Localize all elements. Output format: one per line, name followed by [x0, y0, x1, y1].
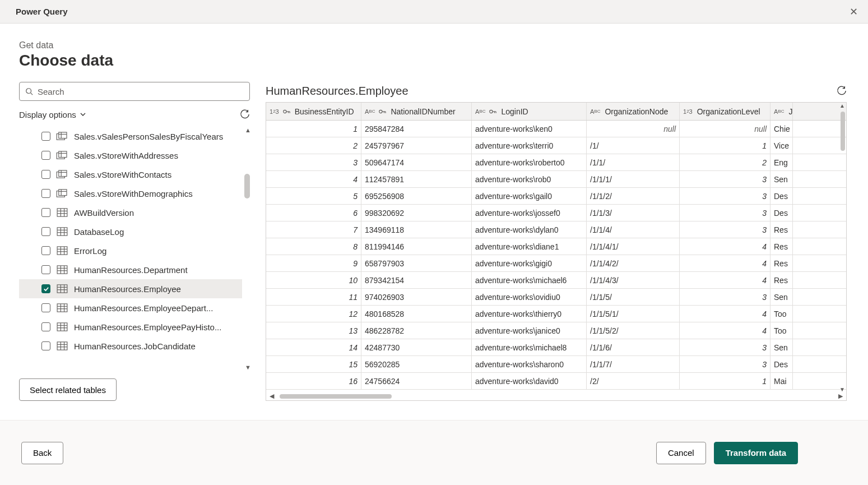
close-icon[interactable]: ✕ [846, 3, 861, 20]
tree-scroll-thumb[interactable] [244, 174, 250, 198]
table-row[interactable]: 1556920285adventure-works\sharon0/1/1/7/… [266, 356, 847, 373]
refresh-tree-icon[interactable] [240, 109, 250, 119]
tree-checkbox[interactable] [41, 341, 50, 350]
tree-item[interactable]: Sales.vStoreWithAddresses [19, 146, 242, 165]
grid-cell: 7 [266, 221, 361, 238]
tree-scrollbar[interactable]: ▲ ▼ [244, 127, 250, 371]
select-related-tables-button[interactable]: Select related tables [19, 378, 117, 401]
tree-item[interactable]: HumanResources.EmployeeDepart... [19, 298, 242, 317]
grid-scroll-down-icon[interactable]: ▼ [839, 386, 845, 392]
tree-item[interactable]: HumanResources.Employee [19, 279, 242, 298]
table-icon [56, 265, 68, 274]
scroll-up-icon[interactable]: ▲ [245, 127, 250, 133]
column-header[interactable]: ABCLoginID [472, 103, 587, 120]
grid-scroll-right-icon[interactable]: ▶ [838, 392, 843, 400]
table-row[interactable]: 1442487730adventure-works\michael8/1/1/6… [266, 339, 847, 356]
text-type-icon: ABC [590, 108, 600, 115]
search-box[interactable] [19, 82, 250, 101]
grid-cell: 112457891 [361, 171, 472, 187]
grid-cell: Res [770, 272, 793, 288]
table-tree[interactable]: Sales.vSalesPersonSalesByFiscalYearsSale… [19, 127, 250, 371]
tree-item[interactable]: AWBuildVersion [19, 203, 242, 222]
column-header[interactable]: ABCNationalIDNumber [361, 103, 472, 120]
back-button[interactable]: Back [21, 442, 63, 464]
grid-cell: Vice [770, 137, 793, 154]
tree-checkbox[interactable] [41, 227, 50, 236]
tree-checkbox[interactable] [41, 151, 50, 160]
table-row[interactable]: 6998320692adventure-works\jossef0/1/1/3/… [266, 205, 847, 221]
grid-scroll-left-icon[interactable]: ◀ [270, 392, 274, 400]
grid-cell: 11 [266, 289, 361, 305]
tree-checkbox[interactable] [41, 303, 50, 312]
cancel-button[interactable]: Cancel [656, 442, 706, 464]
grid-cell: 134969118 [361, 221, 472, 238]
grid-cell: Des [770, 205, 793, 221]
column-header[interactable]: ABCOrganizationNode [587, 103, 680, 120]
grid-cell: 3 [680, 356, 770, 372]
column-header[interactable]: 123OrganizationLevel [680, 103, 770, 120]
grid-cell: 2 [266, 137, 361, 154]
tree-checkbox[interactable] [41, 246, 50, 255]
preview-grid[interactable]: 123BusinessEntityIDABCNationalIDNumberAB… [266, 103, 847, 390]
tree-checkbox[interactable] [41, 265, 50, 274]
preview-panel: HumanResources.Employee 123BusinessEntit… [266, 82, 847, 401]
table-row[interactable]: 11974026903adventure-works\ovidiu0/1/1/5… [266, 289, 847, 306]
scroll-down-icon[interactable]: ▼ [245, 364, 250, 371]
transform-data-button[interactable]: Transform data [714, 442, 798, 464]
grid-cell: /1/1/4/2/ [587, 255, 680, 271]
grid-vscroll-thumb[interactable] [841, 112, 845, 151]
grid-scroll-up-icon[interactable]: ▲ [839, 103, 845, 109]
column-header[interactable]: 123BusinessEntityID [266, 103, 361, 120]
tree-item[interactable]: HumanResources.JobCandidate [19, 336, 242, 355]
grid-cell: /1/1/6/ [587, 339, 680, 355]
grid-horizontal-scrollbar[interactable]: ◀ ▶ [266, 392, 846, 400]
tree-item[interactable]: Sales.vStoreWithContacts [19, 165, 242, 184]
display-options-dropdown[interactable]: Display options [19, 110, 86, 119]
tree-item[interactable]: ErrorLog [19, 241, 242, 260]
table-row[interactable]: 2245797967adventure-works\terri0/1/1Vice [266, 137, 847, 154]
tree-item-label: Sales.vStoreWithAddresses [74, 151, 242, 160]
tree-checkbox[interactable] [41, 208, 50, 217]
table-row[interactable]: 4112457891adventure-works\rob0/1/1/1/3Se… [266, 171, 847, 188]
table-row[interactable]: 8811994146adventure-works\diane1/1/1/4/1… [266, 238, 847, 255]
tree-checkbox[interactable] [41, 284, 50, 293]
grid-cell: adventure-works\janice0 [472, 322, 587, 339]
tree-checkbox[interactable] [41, 170, 50, 179]
grid-cell: 3 [680, 289, 770, 305]
tree-item[interactable]: HumanResources.EmployeePayHisto... [19, 317, 242, 336]
tree-checkbox[interactable] [41, 132, 50, 141]
grid-cell: /2/ [587, 373, 680, 389]
grid-cell: 486228782 [361, 322, 472, 339]
table-row[interactable]: 10879342154adventure-works\michael6/1/1/… [266, 272, 847, 289]
grid-cell: 14 [266, 339, 361, 355]
table-icon [56, 303, 68, 312]
tree-item-label: HumanResources.Department [74, 265, 242, 275]
svg-rect-48 [57, 323, 67, 331]
svg-rect-43 [57, 304, 67, 312]
column-header[interactable]: ABCJobTitle [770, 103, 793, 120]
grid-cell: Res [770, 221, 793, 238]
tree-item[interactable]: Sales.vStoreWithDemographics [19, 184, 242, 203]
table-row[interactable]: 5695256908adventure-works\gail0/1/1/2/3D… [266, 188, 847, 205]
search-input[interactable] [38, 87, 244, 96]
table-row[interactable]: 12480168528adventure-works\thierry0/1/1/… [266, 306, 847, 322]
key-icon [282, 108, 290, 116]
refresh-preview-icon[interactable] [837, 86, 847, 96]
table-row[interactable]: 1295847284adventure-works\ken0nullnullCh… [266, 121, 847, 137]
svg-rect-3 [59, 132, 67, 138]
tree-item[interactable]: DatabaseLog [19, 222, 242, 241]
table-row[interactable]: 3509647174adventure-works\roberto0/1/1/2… [266, 154, 847, 171]
tree-item[interactable]: HumanResources.Department [19, 260, 242, 279]
table-row[interactable]: 9658797903adventure-works\gigi0/1/1/4/2/… [266, 255, 847, 272]
tree-checkbox[interactable] [41, 189, 50, 198]
table-row[interactable]: 13486228782adventure-works\janice0/1/1/5… [266, 322, 847, 339]
tree-checkbox[interactable] [41, 322, 50, 331]
table-row[interactable]: 1624756624adventure-works\david0/2/1Mai [266, 373, 847, 390]
grid-cell: 24756624 [361, 373, 472, 389]
grid-cell: 1 [680, 373, 770, 389]
grid-cell: 974026903 [361, 289, 472, 305]
tree-item[interactable]: Sales.vSalesPersonSalesByFiscalYears [19, 127, 242, 146]
table-row[interactable]: 7134969118adventure-works\dylan0/1/1/4/3… [266, 221, 847, 238]
grid-hscroll-thumb[interactable] [280, 394, 392, 399]
grid-vertical-scrollbar[interactable]: ▲ ▼ [839, 103, 846, 392]
